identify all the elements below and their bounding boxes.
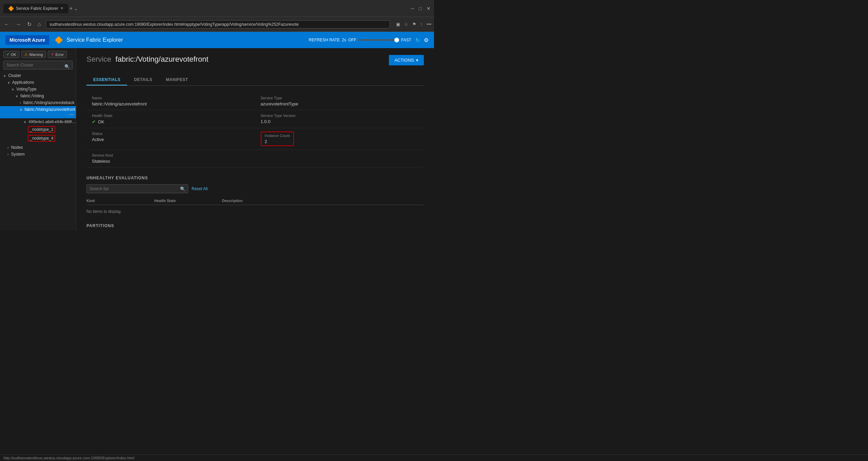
actions-button[interactable]: ACTIONS ▾ xyxy=(389,55,424,65)
sidebar: ✔ OK ⚠ Warning ✕ Error 🔍 ∨ Cluster xyxy=(0,48,76,230)
warning-icon: ⚠ xyxy=(24,52,28,57)
essentials-grid: Name fabric:/Voting/azurevotefront Servi… xyxy=(86,93,424,167)
tree-votingtype[interactable]: ∨ VotingType xyxy=(0,86,76,93)
tab-manifest[interactable]: MANIFEST xyxy=(159,75,195,85)
share-icon[interactable]: ↑ xyxy=(420,22,423,27)
tree-azurevoteback[interactable]: › fabric:/Voting/azurevoteback xyxy=(0,99,76,106)
col-kind: Kind xyxy=(86,199,154,203)
fast-label: FAST xyxy=(401,38,411,42)
tab-title: Service Fabric Explorer xyxy=(16,6,58,11)
search-cluster-input[interactable] xyxy=(3,61,73,69)
col-health-state: Health State xyxy=(154,199,222,203)
tree-applications[interactable]: ∨ Applications xyxy=(0,79,76,86)
favorites-icon[interactable]: ☆ xyxy=(404,22,408,27)
collections-icon[interactable]: ⚑ xyxy=(412,22,416,27)
refresh-button[interactable]: ↻ xyxy=(26,20,33,29)
service-title: Service fabric:/Voting/azurevotefront xyxy=(86,55,209,64)
refresh-icon[interactable]: ↻ xyxy=(415,37,420,43)
more-button[interactable]: ••• xyxy=(427,22,431,27)
stv-label: Service Type Version xyxy=(261,114,419,118)
name-label: Name xyxy=(92,96,250,100)
tab-close-button[interactable]: ✕ xyxy=(60,6,63,11)
votingtype-label: VotingType xyxy=(16,87,36,92)
content-area: Service fabric:/Voting/azurevotefront AC… xyxy=(76,48,434,230)
new-tab-button[interactable]: + xyxy=(70,5,73,12)
service-kind-value: Stateless xyxy=(92,159,250,164)
service-type-value: azurevotefrontType xyxy=(261,101,419,106)
unhealthy-reset-all[interactable]: Reset All xyxy=(192,186,208,191)
tab-essentials[interactable]: ESSENTIALS xyxy=(86,75,127,85)
tree-item-menu-button[interactable]: ••• xyxy=(69,112,74,117)
sfe-header: 🔶 Service Fabric Explorer xyxy=(55,36,123,44)
error-icon: ✕ xyxy=(51,52,54,57)
tree-nodetype-1[interactable]: _nodetype_1 xyxy=(0,125,76,134)
unhealthy-search-input[interactable] xyxy=(86,184,188,193)
filter-warning-button[interactable]: ⚠ Warning xyxy=(21,51,46,58)
minimize-button[interactable]: ─ xyxy=(411,6,414,11)
address-text: sudhanvatestlinux.westus.cloudapp.azure.… xyxy=(50,22,299,27)
nodetype-4-label: _nodetype_4 xyxy=(28,135,55,142)
tree-nodetype-4[interactable]: _nodetype_4 xyxy=(0,134,76,143)
reader-view-icon[interactable]: ▣ xyxy=(396,22,400,27)
maximize-button[interactable]: □ xyxy=(419,6,422,11)
tab-manifest-label: MANIFEST xyxy=(166,77,188,82)
essentials-stv-cell: Service Type Version 1.0.0 xyxy=(255,110,424,128)
nodes-toggle: › xyxy=(7,146,8,149)
health-state-value: ✔ OK xyxy=(92,119,250,124)
fabric-voting-label: fabric:/Voting xyxy=(20,94,44,98)
filter-bar: ✔ OK ⚠ Warning ✕ Error xyxy=(0,48,76,61)
azurevotefront-label: fabric:/Voting/azurevotefront xyxy=(24,107,75,112)
actions-label: ACTIONS xyxy=(394,58,414,63)
nav-bar: ← → ↻ ⌂ sudhanvatestlinux.westus.cloudap… xyxy=(0,17,434,32)
partition-toggle: ∨ xyxy=(24,120,26,124)
tab-details[interactable]: DETAILS xyxy=(127,75,159,85)
essentials-status-cell: Status Active xyxy=(86,128,255,150)
essentials-name-cell: Name fabric:/Voting/azurevotefront xyxy=(86,93,255,110)
refresh-thumb xyxy=(394,38,399,42)
nodes-label: Nodes xyxy=(11,145,23,150)
tree-nodes[interactable]: › Nodes xyxy=(0,144,76,151)
app-header: Microsoft Azure 🔶 Service Fabric Explore… xyxy=(0,32,434,48)
tree-azurevotefront[interactable]: ∨ fabric:/Voting/azurevotefront ••• xyxy=(0,106,76,118)
close-button[interactable]: ✕ xyxy=(427,6,431,11)
tab-essentials-label: ESSENTIALS xyxy=(93,77,120,82)
status-value: Active xyxy=(92,137,250,142)
tree-system[interactable]: › System xyxy=(0,151,76,158)
cluster-toggle: ∨ xyxy=(3,74,6,78)
filter-ok-button[interactable]: ✔ OK xyxy=(3,51,19,58)
filter-error-button[interactable]: ✕ Error xyxy=(48,51,66,58)
health-state-label: Health State xyxy=(92,114,250,118)
nodetype-1-label: _nodetype_1 xyxy=(28,126,55,133)
azurevoteback-toggle: › xyxy=(20,101,21,105)
unhealthy-title: UNHEALTHY EVALUATIONS xyxy=(86,176,424,180)
instance-count-box: Instance Count 2 xyxy=(261,132,294,146)
search-cluster-icon: 🔍 xyxy=(64,64,70,69)
applications-label: Applications xyxy=(12,80,34,85)
actions-chevron-icon: ▾ xyxy=(416,58,418,63)
address-bar[interactable]: sudhanvatestlinux.westus.cloudapp.azure.… xyxy=(46,20,390,28)
applications-toggle: ∨ xyxy=(7,81,10,84)
tree-partition[interactable]: ∨ 49f9e4e1-a6d4-e54b-888f-05051a31dc55 xyxy=(0,118,76,125)
filter-ok-label: OK xyxy=(11,53,16,57)
filter-error-label: Error xyxy=(55,53,63,57)
service-type-label: Service Type xyxy=(261,96,419,100)
tab-list-button[interactable]: ⌄ xyxy=(74,6,78,11)
filter-warning-label: Warning xyxy=(29,53,43,57)
essentials-service-type-cell: Service Type azurevotefrontType xyxy=(255,93,424,110)
settings-icon[interactable]: ⚙ xyxy=(424,37,429,43)
back-button[interactable]: ← xyxy=(3,20,11,29)
tree-cluster[interactable]: ∨ Cluster xyxy=(0,72,76,79)
home-button[interactable]: ⌂ xyxy=(36,20,42,29)
system-toggle: › xyxy=(7,153,8,156)
essentials-health-cell: Health State ✔ OK xyxy=(86,110,255,128)
service-kind-label: Service Kind xyxy=(92,153,250,157)
refresh-rate-control: REFRESH RATE 2s OFF FAST xyxy=(309,38,412,42)
refresh-slider[interactable] xyxy=(358,39,399,41)
health-state-text: OK xyxy=(98,119,104,124)
tree-fabric-voting[interactable]: ∨ fabric:/Voting xyxy=(0,93,76,99)
window-controls: ─ □ ✕ xyxy=(411,6,431,11)
unhealthy-table-header: Kind Health State Description xyxy=(86,197,424,205)
header-right: REFRESH RATE 2s OFF FAST ↻ ⚙ xyxy=(309,37,429,43)
active-tab[interactable]: 🔶 Service Fabric Explorer ✕ xyxy=(3,4,68,13)
forward-button[interactable]: → xyxy=(14,20,22,29)
